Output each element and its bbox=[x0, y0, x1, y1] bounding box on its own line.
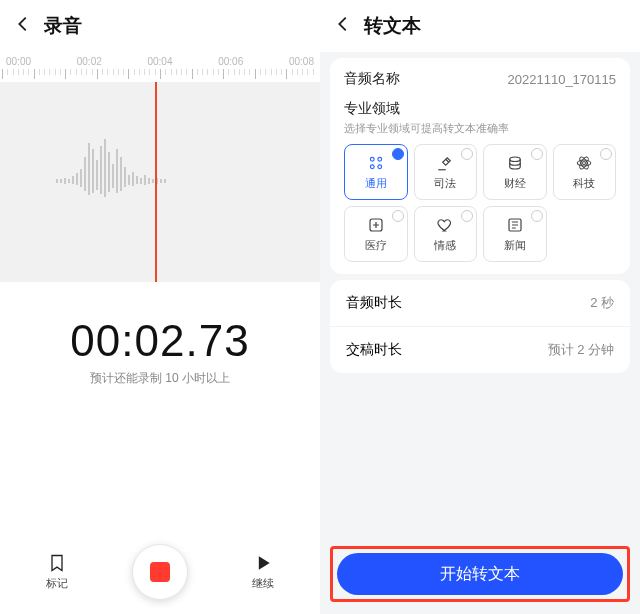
domain-option-coins[interactable]: 财经 bbox=[483, 144, 547, 200]
heart-icon bbox=[436, 216, 454, 236]
coins-icon bbox=[506, 154, 524, 174]
gavel-icon bbox=[436, 154, 454, 174]
domain-label: 医疗 bbox=[365, 238, 387, 253]
domain-option-heart[interactable]: 情感 bbox=[414, 206, 478, 262]
domain-label: 情感 bbox=[434, 238, 456, 253]
audio-name-row: 音频名称 20221110_170115 bbox=[344, 70, 616, 88]
domain-option-news[interactable]: 新闻 bbox=[483, 206, 547, 262]
svg-point-4 bbox=[510, 157, 521, 162]
grid-icon bbox=[367, 154, 385, 174]
svg-point-6 bbox=[578, 160, 592, 166]
domain-label: 新闻 bbox=[504, 238, 526, 253]
domain-option-medical[interactable]: 医疗 bbox=[344, 206, 408, 262]
waveform-area bbox=[0, 82, 320, 282]
playhead bbox=[155, 82, 157, 282]
play-icon bbox=[253, 553, 273, 573]
audio-duration-value: 2 秒 bbox=[590, 294, 614, 312]
tick-label: 00:04 bbox=[147, 56, 172, 67]
svg-point-3 bbox=[378, 164, 382, 168]
domain-label: 通用 bbox=[365, 176, 387, 191]
radio-icon bbox=[461, 210, 473, 222]
domain-section-title: 专业领域 bbox=[344, 100, 616, 118]
domain-option-grid[interactable]: 通用 bbox=[344, 144, 408, 200]
medical-icon bbox=[367, 216, 385, 236]
timer-block: 00:02.73 预计还能录制 10 小时以上 bbox=[0, 316, 320, 387]
timer-value: 00:02.73 bbox=[0, 316, 320, 366]
recorder-header: 录音 bbox=[0, 0, 320, 52]
audio-duration-label: 音频时长 bbox=[346, 294, 402, 312]
delivery-label: 交稿时长 bbox=[346, 341, 402, 359]
svg-point-0 bbox=[370, 157, 374, 161]
start-transcribe-button[interactable]: 开始转文本 bbox=[337, 553, 623, 595]
radio-icon bbox=[531, 148, 543, 160]
timer-subtext: 预计还能录制 10 小时以上 bbox=[0, 370, 320, 387]
bookmark-icon bbox=[47, 553, 67, 573]
radio-icon bbox=[392, 210, 404, 222]
radio-icon bbox=[531, 210, 543, 222]
stop-record-button[interactable] bbox=[132, 544, 188, 600]
radio-icon bbox=[392, 148, 404, 160]
recorder-pane: 录音 00:00 00:02 00:04 00:06 00:08 00:02.7… bbox=[0, 0, 320, 614]
svg-point-1 bbox=[378, 157, 382, 161]
audio-name-label: 音频名称 bbox=[344, 70, 400, 88]
atom-icon bbox=[575, 154, 593, 174]
tick-label: 00:02 bbox=[77, 56, 102, 67]
domain-label: 财经 bbox=[504, 176, 526, 191]
audio-duration-row: 音频时长 2 秒 bbox=[330, 280, 630, 327]
domain-section-subtitle: 选择专业领域可提高转文本准确率 bbox=[344, 121, 616, 136]
svg-point-2 bbox=[370, 164, 374, 168]
transcribe-header: 转文本 bbox=[320, 0, 640, 52]
domain-option-gavel[interactable]: 司法 bbox=[414, 144, 478, 200]
domain-option-atom[interactable]: 科技 bbox=[553, 144, 617, 200]
radio-icon bbox=[600, 148, 612, 160]
news-icon bbox=[506, 216, 524, 236]
transcribe-pane: 转文本 音频名称 20221110_170115 专业领域 选择专业领域可提高转… bbox=[320, 0, 640, 614]
tick-label: 00:00 bbox=[6, 56, 31, 67]
radio-icon bbox=[461, 148, 473, 160]
transcribe-title: 转文本 bbox=[364, 13, 421, 39]
settings-card: 音频名称 20221110_170115 专业领域 选择专业领域可提高转文本准确… bbox=[330, 58, 630, 274]
bookmark-label: 标记 bbox=[46, 576, 68, 591]
time-ruler: 00:00 00:02 00:04 00:06 00:08 bbox=[0, 52, 320, 82]
domain-label: 科技 bbox=[573, 176, 595, 191]
tick-label: 00:08 bbox=[289, 56, 314, 67]
stop-icon bbox=[150, 562, 170, 582]
back-icon[interactable] bbox=[332, 13, 354, 39]
continue-button[interactable]: 继续 bbox=[252, 553, 274, 591]
back-icon[interactable] bbox=[12, 13, 34, 39]
audio-name-value: 20221110_170115 bbox=[508, 72, 616, 87]
domain-grid: 通用司法财经科技医疗情感新闻 bbox=[344, 144, 616, 262]
svg-point-5 bbox=[583, 161, 586, 164]
delivery-row: 交稿时长 预计 2 分钟 bbox=[330, 327, 630, 373]
bookmark-button[interactable]: 标记 bbox=[46, 553, 68, 591]
recorder-controls: 标记 继续 bbox=[0, 544, 320, 600]
tick-label: 00:06 bbox=[218, 56, 243, 67]
delivery-value: 预计 2 分钟 bbox=[548, 341, 614, 359]
start-button-highlight: 开始转文本 bbox=[330, 546, 630, 602]
recorder-title: 录音 bbox=[44, 13, 82, 39]
continue-label: 继续 bbox=[252, 576, 274, 591]
domain-label: 司法 bbox=[434, 176, 456, 191]
info-rows: 音频时长 2 秒 交稿时长 预计 2 分钟 bbox=[320, 280, 640, 373]
